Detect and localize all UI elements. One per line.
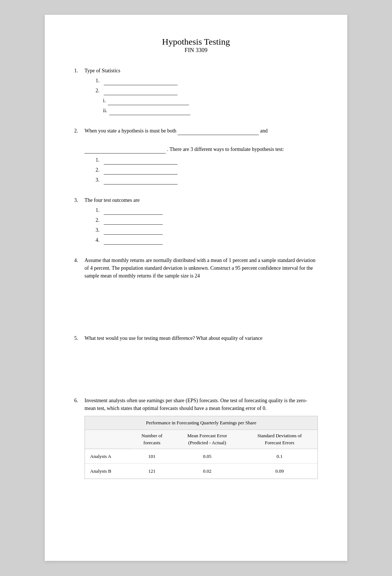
- analysts-a-forecasts: 101: [131, 449, 172, 464]
- list-item: 4.: [96, 236, 318, 244]
- q2-sub2-blank[interactable]: [104, 166, 178, 175]
- list-item: ii.: [103, 107, 318, 114]
- list-item: i.: [103, 97, 318, 104]
- question-6: 6. Investment analysts often use earning…: [74, 397, 318, 479]
- q3-text: The four test outcomes are: [85, 197, 140, 203]
- q1-sub2-blank[interactable]: [104, 87, 178, 95]
- question-2-section: 2. When you state a hypothesis is must b…: [74, 127, 318, 186]
- col-header-2: Mean Forecast Error(Predicted - Actual): [173, 430, 242, 449]
- table-title: Performance in Forecasting Quarterly Ear…: [85, 416, 317, 430]
- q2-text-middle: and: [260, 128, 268, 134]
- q1-sub2-num: 2.: [96, 87, 102, 94]
- q4-text: Assume that monthly returns are normally…: [85, 258, 316, 279]
- analysts-a-sde: 0.1: [242, 449, 317, 464]
- sub-title: FIN 3309: [74, 47, 318, 54]
- question-4-section: 4. Assume that monthly returns are norma…: [74, 256, 318, 324]
- q3-sub3-blank[interactable]: [104, 227, 163, 235]
- list-item: 2.: [96, 216, 318, 224]
- q2-blank-prefix[interactable]: [85, 145, 166, 154]
- analysts-b-label: Analysts B: [85, 464, 131, 479]
- analysts-a-mfe: 0.05: [173, 449, 242, 464]
- list-item: 3.: [96, 226, 318, 234]
- q5-num: 5.: [74, 334, 82, 386]
- q6-table: Performance in Forecasting Quarterly Ear…: [85, 416, 317, 479]
- list-item: 1.: [96, 77, 318, 84]
- question-6-section: 6. Investment analysts often use earning…: [74, 397, 318, 479]
- q3-sub1-blank[interactable]: [104, 207, 163, 215]
- q1-sub-list: 1. 2.: [96, 77, 318, 94]
- analysts-b-sde: 0.09: [242, 464, 317, 479]
- question-3-section: 3. The four test outcomes are 1. 2. 3.: [74, 196, 318, 246]
- list-item: 1.: [96, 206, 318, 214]
- q6-num: 6.: [74, 397, 82, 479]
- q1-text: Type of Statistics: [85, 68, 120, 73]
- q4-num: 4.: [74, 256, 82, 324]
- q2-sub1-num: 1.: [96, 156, 102, 164]
- q3-sub-list: 1. 2. 3. 4.: [96, 206, 318, 244]
- question-1: 1. Type of Statistics 1. 2. i.: [74, 67, 318, 117]
- q2-blank1[interactable]: [178, 127, 259, 135]
- q1-subsub1-blank[interactable]: [108, 97, 189, 105]
- analysts-a-label: Analysts A: [85, 449, 131, 464]
- q3-sub2-blank[interactable]: [104, 217, 163, 225]
- q2-sub-list: 1. 2. 3.: [96, 156, 318, 184]
- q4-answer-space: [85, 280, 318, 324]
- q3-sub4-blank[interactable]: [104, 237, 163, 245]
- q6-table-wrapper: Performance in Forecasting Quarterly Ear…: [85, 416, 318, 479]
- list-item: 1.: [96, 156, 318, 164]
- analysts-b-forecasts: 121: [131, 464, 172, 479]
- q2-text-before: When you state a hypothesis is must be b…: [85, 128, 176, 134]
- question-3: 3. The four test outcomes are 1. 2. 3.: [74, 196, 318, 246]
- table-row: Analysts A 101 0.05 0.1: [85, 449, 317, 464]
- q1-sub1-num: 1.: [96, 77, 102, 84]
- col-header-0: [85, 430, 131, 449]
- q1-sub-sub-list: i. ii.: [103, 97, 318, 114]
- q3-sub1-num: 1.: [96, 206, 102, 214]
- q3-num: 3.: [74, 196, 82, 246]
- q1-body: Type of Statistics 1. 2. i.: [85, 67, 318, 117]
- q1-subsub1-num: i.: [103, 97, 106, 104]
- list-item: 3.: [96, 176, 318, 184]
- q3-body: The four test outcomes are 1. 2. 3.: [85, 196, 318, 246]
- question-1-section: 1. Type of Statistics 1. 2. i.: [74, 67, 318, 117]
- q3-sub3-num: 3.: [96, 226, 102, 234]
- q3-sub2-num: 2.: [96, 216, 102, 224]
- q2-body: When you state a hypothesis is must be b…: [85, 127, 318, 186]
- page-title: Hypothesis Testing FIN 3309: [74, 37, 318, 54]
- list-item: 2.: [96, 87, 318, 94]
- q1-num: 1.: [74, 67, 82, 117]
- q3-sub4-num: 4.: [96, 236, 102, 244]
- question-4: 4. Assume that monthly returns are norma…: [74, 256, 318, 324]
- q6-text: Investment analysts often use earnings p…: [85, 398, 307, 411]
- list-item: 2.: [96, 166, 318, 174]
- q2-sub3-blank[interactable]: [104, 176, 178, 184]
- question-5: 5. What test would you use for testing m…: [74, 334, 318, 386]
- q5-text: What test would you use for testing mean…: [85, 335, 262, 341]
- q2-sub2-num: 2.: [96, 166, 102, 174]
- q1-sub1-blank[interactable]: [104, 77, 178, 85]
- question-5-section: 5. What test would you use for testing m…: [74, 334, 318, 386]
- q1-subsub2-blank[interactable]: [109, 107, 190, 115]
- q5-answer-space: [85, 342, 318, 386]
- page: Hypothesis Testing FIN 3309 1. Type of S…: [45, 15, 347, 561]
- col-header-1: Number offorecasts: [131, 430, 172, 449]
- q5-body: What test would you use for testing mean…: [85, 334, 318, 386]
- q2-sub3-num: 3.: [96, 176, 102, 184]
- table-row: Analysts B 121 0.02 0.09: [85, 464, 317, 479]
- q4-body: Assume that monthly returns are normally…: [85, 256, 318, 324]
- q2-prefix-row: . There are 3 different ways to formulat…: [85, 145, 318, 153]
- q2-num: 2.: [74, 127, 82, 186]
- q2-sub1-blank[interactable]: [104, 156, 178, 165]
- col-header-3: Standard Deviations ofForecast Errors: [242, 430, 317, 449]
- main-title: Hypothesis Testing: [74, 37, 318, 47]
- question-2: 2. When you state a hypothesis is must b…: [74, 127, 318, 186]
- q6-body: Investment analysts often use earnings p…: [85, 397, 318, 479]
- analysts-b-mfe: 0.02: [173, 464, 242, 479]
- q2-text-after: . There are 3 different ways to formulat…: [167, 146, 284, 152]
- q1-subsub2-num: ii.: [103, 107, 107, 114]
